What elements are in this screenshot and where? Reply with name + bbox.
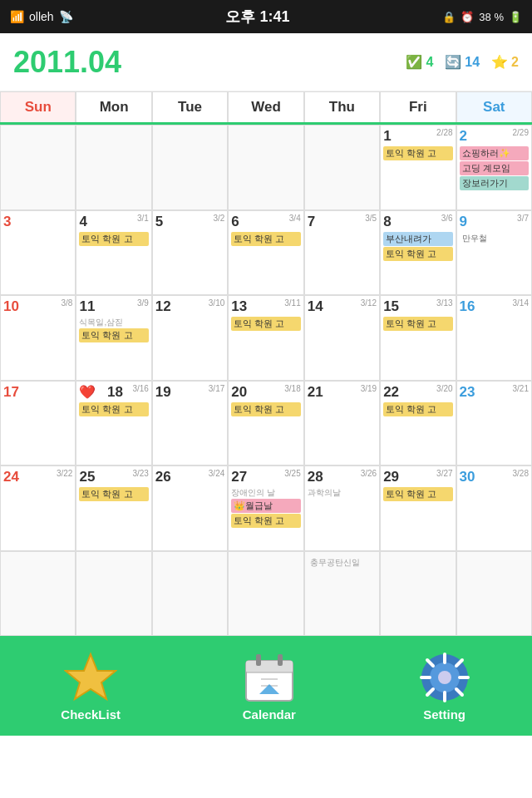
cell-w4-d2[interactable]: 263/24: [152, 466, 228, 551]
calendar-event[interactable]: 토익 학원 고: [383, 402, 452, 416]
header-tue: Tue: [152, 91, 228, 122]
cell-w1-d3[interactable]: 63/4토익 학원 고: [228, 210, 303, 296]
calendar-event[interactable]: 토익 학원 고: [383, 247, 452, 261]
cell-w5-d1: [76, 551, 151, 637]
day-number: 24: [3, 469, 19, 485]
cell-w2-d0[interactable]: 103/8: [0, 295, 76, 381]
calendar-event[interactable]: 고딩 계모임: [460, 161, 529, 175]
calendar-event[interactable]: 토익 학원 고: [383, 317, 452, 331]
sync-badge[interactable]: 🔄 14: [445, 54, 480, 70]
day-number: 14: [308, 298, 323, 315]
calendar-event[interactable]: 만우철: [460, 232, 529, 245]
calendar-event[interactable]: 토익 학원 고: [79, 232, 148, 246]
cell-w1-d2[interactable]: 53/2: [152, 210, 228, 296]
header-thu: Thu: [304, 91, 380, 122]
cell-w3-d4[interactable]: 213/19: [304, 381, 380, 466]
cell-w5-d0: [0, 551, 76, 637]
nav-setting[interactable]: Setting: [418, 651, 471, 722]
cell-w3-d5[interactable]: 223/20토익 학원 고: [380, 381, 456, 466]
day-number: 1: [383, 128, 391, 145]
cell-header: 43/1: [79, 214, 148, 230]
checklist-star-icon: [64, 651, 117, 704]
lunar-date: 3/19: [361, 384, 377, 393]
cell-w2-d6[interactable]: 163/14: [456, 295, 532, 381]
holiday-text: 장애인의 날: [231, 487, 300, 499]
cell-w0-d5[interactable]: 12/28토익 학원 고: [380, 125, 456, 210]
signal-icon: 📶: [10, 10, 24, 23]
lock-icon: 🔒: [442, 11, 456, 23]
nav-checklist[interactable]: CheckList: [61, 651, 121, 722]
lunar-date: 2/29: [513, 128, 529, 137]
cell-w3-d3[interactable]: 203/18토익 학원 고: [228, 381, 303, 466]
status-bar: 📶 olleh 📡 오후 1:41 🔒 ⏰ 38 % 🔋: [0, 0, 532, 33]
calendar-event[interactable]: 👑월급날: [231, 499, 300, 513]
calendar-event[interactable]: 토익 학원 고: [79, 487, 148, 501]
day-number: 8: [383, 214, 391, 230]
cell-w1-d5[interactable]: 83/6부산내려가토익 학원 고: [380, 210, 456, 296]
calendar-event[interactable]: 토익 학원 고: [79, 328, 148, 342]
cell-header: 93/7: [460, 214, 529, 230]
cell-header: 153/13: [383, 298, 452, 315]
month-title[interactable]: 2011.04: [13, 45, 121, 80]
cell-w0-d2: [152, 125, 228, 210]
star-badge-icon: ⭐: [491, 54, 508, 70]
status-time: 오후 1:41: [225, 7, 289, 27]
cell-w2-d1[interactable]: 113/9식목일,삼짇토익 학원 고: [76, 295, 151, 381]
cell-w1-d6[interactable]: 93/7만우철: [456, 210, 532, 296]
day-number: 2: [460, 128, 467, 145]
day-number: 29: [383, 469, 399, 485]
cell-w4-d5[interactable]: 293/27토익 학원 고: [380, 466, 456, 551]
calendar-event[interactable]: 쇼핑하러✨: [460, 146, 529, 160]
calendar-event[interactable]: 토익 학원 고: [231, 232, 300, 246]
cell-header: 17: [3, 384, 72, 401]
setting-label: Setting: [423, 707, 466, 722]
calendar-event[interactable]: 토익 학원 고: [231, 317, 300, 331]
cell-w3-d2[interactable]: 193/17: [152, 381, 228, 466]
calendar-event[interactable]: 토익 학원 고: [79, 402, 148, 416]
calendar-event[interactable]: 토익 학원 고: [231, 514, 300, 528]
day-number: 16: [460, 298, 475, 315]
nav-calendar[interactable]: Calendar: [243, 651, 296, 722]
cell-w4-d3[interactable]: 273/25장애인의 날👑월급날토익 학원 고: [228, 466, 303, 551]
day-number: 13: [231, 298, 247, 315]
cell-w4-d1[interactable]: 253/23토익 학원 고: [76, 466, 151, 551]
calendar-event[interactable]: 토익 학원 고: [383, 487, 452, 501]
holiday-text: 과학의날: [308, 487, 377, 499]
day-number: 25: [79, 469, 95, 485]
cell-w3-d1[interactable]: ❤️183/16토익 학원 고: [76, 381, 151, 466]
cell-header: 243/22: [3, 469, 72, 485]
lunar-date: 3/12: [361, 298, 377, 308]
cell-w1-d0[interactable]: 3: [0, 210, 76, 296]
header-mon: Mon: [76, 91, 151, 122]
day-number: 6: [231, 214, 239, 230]
calendar-event[interactable]: 장보러가기: [460, 176, 529, 190]
calendar-event[interactable]: 부산내려가: [383, 232, 452, 246]
cell-header: 163/14: [460, 298, 529, 315]
calendar-event[interactable]: 토익 학원 고: [383, 146, 452, 160]
cell-w4-d4[interactable]: 283/26과학의날: [304, 466, 380, 551]
cell-w2-d3[interactable]: 133/11토익 학원 고: [228, 295, 303, 381]
cell-w0-d6[interactable]: 22/29쇼핑하러✨고딩 계모임장보러가기: [456, 125, 532, 210]
lunar-date: 3/4: [289, 214, 301, 223]
cell-w3-d6[interactable]: 233/21: [456, 381, 532, 466]
check-badge[interactable]: ✅ 4: [406, 54, 433, 70]
lunar-date: 3/16: [132, 384, 148, 393]
sync-icon: 🔄: [445, 54, 461, 70]
cell-w1-d1[interactable]: 43/1토익 학원 고: [76, 210, 151, 296]
calendar-event[interactable]: 토익 학원 고: [231, 402, 300, 416]
cell-w4-d0[interactable]: 243/22: [0, 466, 76, 551]
cell-w3-d0[interactable]: 17: [0, 381, 76, 466]
lunar-date: 3/18: [284, 384, 300, 393]
star-badge[interactable]: ⭐ 2: [491, 54, 519, 70]
cell-w2-d2[interactable]: 123/10: [152, 295, 228, 381]
cell-w0-d1: [76, 125, 151, 210]
cell-w2-d5[interactable]: 153/13토익 학원 고: [380, 295, 456, 381]
day-number: 12: [155, 298, 171, 315]
lunar-date: 3/11: [284, 298, 300, 308]
calendar-event[interactable]: 충무공탄신일: [308, 556, 377, 569]
lunar-date: 3/17: [209, 384, 224, 393]
cell-w4-d6[interactable]: 303/28: [456, 466, 532, 551]
setting-icon: [418, 651, 471, 704]
cell-w2-d4[interactable]: 143/12: [304, 295, 380, 381]
cell-w1-d4[interactable]: 73/5: [304, 210, 380, 296]
